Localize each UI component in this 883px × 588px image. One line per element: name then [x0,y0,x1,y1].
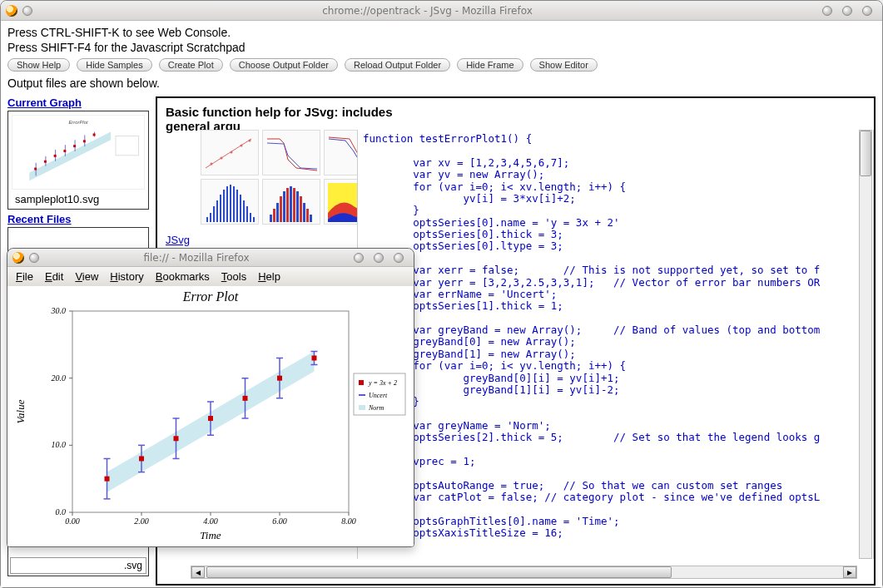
svg-rect-24 [213,206,215,222]
maximize-button[interactable] [374,253,384,263]
svg-text:Value: Value [14,399,27,423]
svg-rect-16 [116,136,138,155]
window-button[interactable] [29,253,39,263]
svg-rect-12 [63,150,66,152]
toolbar-button-create-plot[interactable]: Create Plot [159,58,223,72]
svg-point-21 [249,140,251,142]
svg-rect-47 [303,203,305,222]
menu-history[interactable]: History [110,270,143,283]
svg-rect-80 [312,355,317,360]
svg-text:y = 3x + 2: y = 3x + 2 [368,379,397,387]
svg-point-20 [241,145,243,147]
svg-point-18 [221,157,223,160]
scrollbar-thumb[interactable] [860,131,871,176]
menu-file[interactable]: File [16,270,33,283]
doc-link[interactable]: JSvg [166,234,196,248]
sample-thumb[interactable] [262,130,320,175]
popup-title: file:// - Mozilla Firefox [44,252,349,264]
window-title: chrome://opentrack - JSvg - Mozilla Fire… [37,5,817,17]
menu-bookmarks[interactable]: Bookmarks [156,270,210,283]
svg-rect-25 [216,200,218,222]
svg-rect-22 [206,217,208,222]
svg-text:6.00: 6.00 [272,516,287,526]
menu-help[interactable]: Help [258,270,280,283]
svg-rect-48 [306,209,309,222]
svg-rect-33 [243,200,245,222]
current-graph-label[interactable]: Current Graph [7,96,149,109]
toolbar-button-reload-output-folder[interactable]: Reload Output Folder [345,58,450,72]
toolbar-button-hide-frame[interactable]: Hide Frame [457,58,523,72]
plot-popup-window: file:// - Mozilla Firefox FileEditViewHi… [7,248,414,547]
svg-rect-32 [240,195,241,222]
svg-rect-23 [210,213,211,222]
scroll-left-icon[interactable]: ◂ [191,566,205,578]
svg-rect-29 [230,185,231,222]
close-button[interactable] [862,6,872,16]
svg-marker-1 [29,132,111,181]
maximize-button[interactable] [842,6,852,16]
sample-thumb[interactable] [201,130,259,175]
window-button[interactable] [22,6,32,16]
toolbar-button-hide-samples[interactable]: Hide Samples [77,58,151,72]
svg-rect-43 [290,186,292,222]
svg-text:Norm: Norm [368,404,384,412]
svg-point-17 [211,163,213,166]
svg-rect-31 [236,190,238,222]
svg-rect-14 [83,140,86,142]
svg-text:30.0: 30.0 [51,306,67,315]
menu-edit[interactable]: Edit [45,270,63,283]
scroll-right-icon[interactable]: ▸ [843,566,856,578]
horizontal-scrollbar[interactable]: ◂ ▸ [191,566,857,579]
code-pane[interactable]: function testErrorPlot1() { var xv = [1,… [357,130,874,559]
svg-rect-37 [270,215,272,222]
error-plot-chart: Error Plot0.002.004.006.008.000.010.020.… [7,286,414,544]
svg-rect-102 [359,380,364,385]
thumb-image: ErrorPlot [12,115,145,190]
svg-rect-27 [223,190,225,222]
toolbar-button-choose-output-folder[interactable]: Choose Output Folder [230,58,338,72]
menu-tools[interactable]: Tools [221,270,246,283]
sample-thumb[interactable] [201,179,259,225]
svg-rect-36 [253,217,255,222]
svg-rect-76 [277,376,282,381]
svg-text:Error Plot: Error Plot [182,289,239,304]
svg-text:8.00: 8.00 [341,516,356,526]
svg-rect-60 [139,456,144,461]
code-content: function testErrorPlot1() { var xv = [1,… [358,130,873,543]
svg-rect-11 [54,155,57,157]
minimize-button[interactable] [354,253,364,263]
toolbar-button-show-editor[interactable]: Show Editor [530,58,598,72]
svg-rect-72 [243,396,248,401]
svg-rect-40 [280,196,282,222]
svg-rect-49 [310,215,312,222]
file-suffix-input[interactable] [10,557,146,574]
svg-point-19 [231,151,233,154]
svg-text:0.0: 0.0 [56,507,67,516]
menu-view[interactable]: View [75,270,98,283]
svg-rect-38 [273,209,275,222]
output-label: Output files are shown below. [7,77,876,90]
svg-rect-10 [44,161,47,163]
svg-text:ErrorPlot: ErrorPlot [68,120,87,125]
close-button[interactable] [394,253,404,263]
vertical-scrollbar[interactable] [859,130,872,559]
current-graph-thumb[interactable]: ErrorPlot [7,111,149,210]
svg-rect-35 [250,213,251,222]
help-text-2: Press SHIFT-F4 for the Javascript Scratc… [7,41,876,56]
svg-rect-42 [286,188,289,222]
svg-rect-46 [300,196,302,222]
toolbar-button-show-help[interactable]: Show Help [7,58,70,72]
svg-rect-28 [226,186,228,222]
recent-files-label[interactable]: Recent Files [7,213,149,225]
plot-area: Error Plot0.002.004.006.008.000.010.020.… [7,286,414,546]
minimize-button[interactable] [822,6,832,16]
thumb-caption: sampleplot10.svg [12,190,145,205]
sample-thumb[interactable] [262,179,320,225]
svg-text:2.00: 2.00 [134,516,149,526]
svg-rect-30 [233,186,235,222]
svg-text:4.00: 4.00 [203,516,218,526]
scrollbar-thumb[interactable] [206,566,672,578]
svg-text:10.0: 10.0 [52,440,67,449]
svg-rect-106 [359,405,365,410]
svg-rect-44 [293,188,295,222]
